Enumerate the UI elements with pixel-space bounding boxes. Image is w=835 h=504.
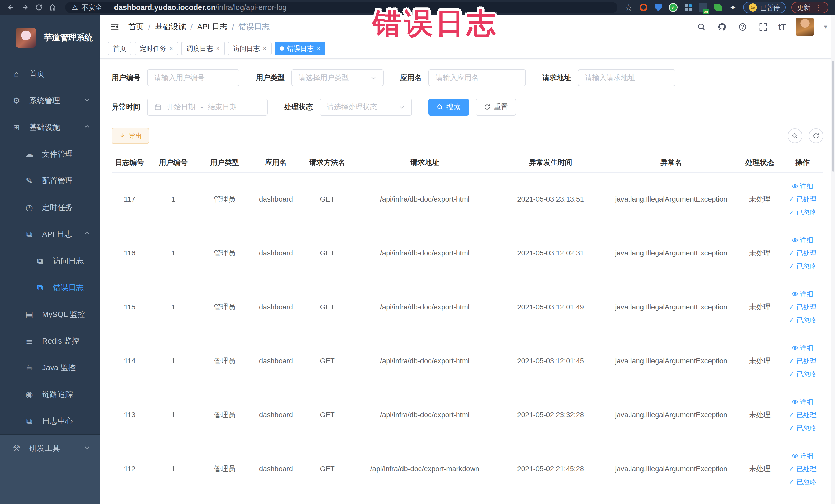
browser-menu-dots-icon[interactable]: ⋮ [814, 3, 823, 12]
toggle-search-button[interactable] [788, 128, 802, 143]
browser-reload-icon[interactable] [33, 2, 45, 13]
active-tab-dot [280, 46, 284, 51]
cell-user-id: 1 [148, 465, 199, 473]
reset-button[interactable]: 重置 [476, 99, 516, 116]
sidebar-item-redis-monitor[interactable]: ≣ Redis 监控 [0, 328, 100, 354]
process-status-select[interactable]: 请选择处理状态 [320, 99, 412, 116]
breadcrumb-separator: / [232, 23, 234, 31]
not-secure-label[interactable]: 不安全 [81, 3, 102, 12]
mark-processed-link[interactable]: ✓ 已处理 [789, 410, 816, 420]
close-icon[interactable]: × [216, 45, 220, 52]
screen: 错误日志 ⚠ 不安全 dashboard.yudao.iocoder.cn/in… [0, 0, 835, 504]
detail-link[interactable]: 详细 [792, 289, 813, 299]
bookmark-star-icon[interactable]: ☆ [624, 3, 633, 12]
sidebar-item-label: API 日志 [42, 229, 72, 240]
mark-processed-link[interactable]: ✓ 已处理 [789, 303, 816, 312]
detail-link[interactable]: 详细 [792, 344, 813, 352]
export-button[interactable]: 导出 [111, 128, 149, 144]
close-icon[interactable]: × [169, 45, 173, 52]
export-button-label: 导出 [128, 132, 142, 140]
mark-processed-link[interactable]: ✓ 已处理 [789, 249, 816, 258]
close-icon[interactable]: × [263, 45, 266, 52]
address-bar[interactable]: ⚠ 不安全 dashboard.yudao.iocoder.cn/infra/l… [65, 2, 617, 13]
sidebar-item-devtools[interactable]: ⚒ 研发工具 [0, 435, 100, 462]
close-icon[interactable]: × [317, 45, 320, 52]
browser-back-icon[interactable] [5, 2, 17, 13]
browser-update-button[interactable]: 更新 ⋮ [791, 2, 828, 13]
paused-extension-pill[interactable]: ☺ 已暂停 [743, 2, 786, 13]
tab-scheduled-job[interactable]: 定时任务 × [135, 42, 178, 55]
page-url[interactable]: dashboard.yudao.iocoder.cn/infra/log/api… [114, 3, 286, 12]
col-exception-time: 异常发生时间 [497, 158, 605, 167]
app-name-input[interactable]: 请输入应用名 [428, 69, 526, 86]
cell-exception-time: 2021-05-03 12:02:31 [497, 249, 605, 257]
detail-link[interactable]: 详细 [792, 398, 813, 406]
avatar-caret-down-icon[interactable]: ▾ [824, 23, 827, 31]
extension-on-badge-icon[interactable]: on [698, 3, 708, 12]
scrollbar-thumb[interactable] [832, 61, 834, 172]
refresh-table-button[interactable] [809, 128, 823, 143]
mark-ignored-link[interactable]: ✓ 已忽略 [789, 316, 816, 325]
sidebar-item-infrastructure[interactable]: ⊞ 基础设施 [0, 114, 100, 141]
browser-forward-icon[interactable] [19, 2, 31, 13]
detail-link[interactable]: 详细 [792, 236, 813, 245]
cell-process-status: 未处理 [738, 302, 781, 312]
extension-shield-icon[interactable] [654, 3, 663, 12]
sidebar-item-api-log[interactable]: ⧉ API 日志 [0, 221, 100, 247]
request-url-input[interactable]: 请输入请求地址 [578, 69, 675, 86]
detail-link[interactable]: 详细 [792, 451, 813, 460]
sidebar-item-scheduled-job[interactable]: ◷ 定时任务 [0, 194, 100, 221]
cell-exception-name: java.lang.IllegalArgumentException [605, 465, 738, 473]
extension-orange-icon[interactable] [639, 3, 648, 12]
user-id-input[interactable]: 请输入用户编号 [147, 69, 240, 86]
mark-processed-link[interactable]: ✓ 已处理 [789, 195, 816, 204]
sidebar-item-access-log[interactable]: ⧉ 访问日志 [0, 247, 100, 274]
app-logo-row[interactable]: 芋道管理系统 [0, 15, 100, 61]
mark-ignored-link[interactable]: ✓ 已忽略 [789, 262, 816, 271]
search-icon[interactable] [696, 22, 707, 32]
exception-time-range-picker[interactable]: 开始日期 - 结束日期 [147, 99, 268, 116]
mark-ignored-link[interactable]: ✓ 已忽略 [789, 424, 816, 432]
tab-error-log[interactable]: 错误日志 × [274, 42, 325, 55]
mark-ignored-link[interactable]: ✓ 已忽略 [789, 478, 816, 486]
github-icon[interactable] [717, 22, 728, 32]
cell-process-status: 未处理 [738, 464, 781, 474]
sidebar-item-home[interactable]: ⌂ 首页 [0, 61, 100, 87]
sidebar-item-system-manage[interactable]: ⚙ 系统管理 [0, 87, 100, 114]
sidebar-item-config-manage[interactable]: ✎ 配置管理 [0, 167, 100, 194]
mark-ignored-link[interactable]: ✓ 已忽略 [789, 370, 816, 379]
browser-home-icon[interactable] [47, 2, 59, 13]
mark-processed-label: 已处理 [796, 357, 816, 366]
detail-link[interactable]: 详细 [792, 182, 813, 191]
extension-green-check-icon[interactable]: ✓ [669, 3, 678, 12]
sidebar-item-file-manage[interactable]: ☁ 文件管理 [0, 141, 100, 167]
tab-access-log[interactable]: 访问日志 × [228, 42, 271, 55]
cell-user-id: 1 [148, 249, 199, 257]
mark-ignored-link[interactable]: ✓ 已忽略 [789, 208, 816, 217]
sidebar-item-java-monitor[interactable]: ☕ Java 监控 [0, 354, 100, 381]
sidebar-item-error-log[interactable]: ⧉ 错误日志 [0, 274, 100, 301]
fullscreen-icon[interactable] [758, 22, 769, 32]
user-type-select[interactable]: 请选择用户类型 [291, 69, 384, 86]
user-avatar[interactable] [796, 18, 814, 36]
mark-processed-link[interactable]: ✓ 已处理 [789, 464, 816, 473]
sidebar-collapse-icon[interactable] [108, 20, 122, 34]
extensions-puzzle-icon[interactable]: ✦ [728, 3, 737, 12]
breadcrumb-item-home[interactable]: 首页 [128, 22, 144, 32]
breadcrumb-item-api-log[interactable]: API 日志 [197, 22, 227, 32]
breadcrumb-item-infrastructure[interactable]: 基础设施 [155, 22, 186, 32]
extension-leaf-icon[interactable] [713, 3, 722, 12]
sidebar-item-label: 链路追踪 [42, 389, 73, 400]
help-icon[interactable] [737, 22, 748, 32]
range-separator: - [201, 103, 203, 111]
tab-home[interactable]: 首页 [108, 42, 131, 55]
tab-dispatch-log[interactable]: 调度日志 × [181, 42, 225, 55]
mark-processed-link[interactable]: ✓ 已处理 [789, 357, 816, 366]
sidebar-item-trace[interactable]: ◉ 链路追踪 [0, 381, 100, 408]
sidebar-item-log-center[interactable]: ⧉ 日志中心 [0, 408, 100, 435]
page-scrollbar[interactable] [831, 15, 835, 504]
font-size-icon[interactable]: tT [778, 22, 786, 32]
sidebar-item-mysql-monitor[interactable]: ▤ MySQL 监控 [0, 301, 100, 328]
extension-grid-icon[interactable] [684, 3, 693, 12]
search-button[interactable]: 搜索 [428, 99, 469, 116]
